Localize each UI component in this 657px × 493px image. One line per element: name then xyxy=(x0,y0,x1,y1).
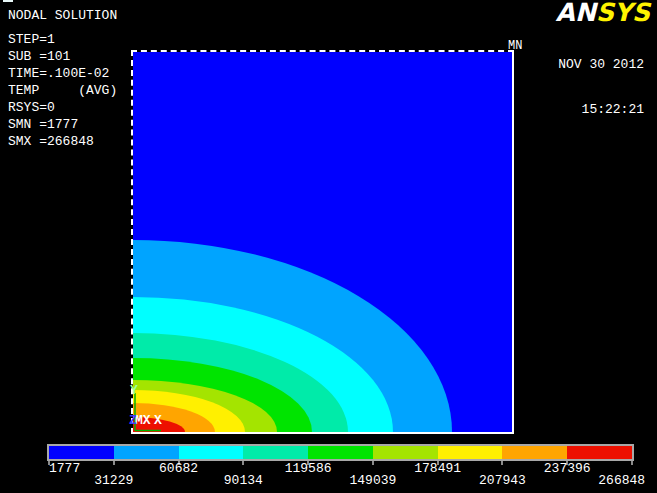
window-corner-mark xyxy=(3,0,13,2)
info-time: TIME=.100E-02 xyxy=(8,65,117,82)
solution-title: NODAL SOLUTION xyxy=(8,8,117,23)
ansys-logo-an: AN xyxy=(556,0,596,27)
legend-color-segment xyxy=(114,446,179,459)
triad-y-label: Y xyxy=(130,383,138,398)
legend-labels-bottom-row: 31229 90134 149039 207943 266848 xyxy=(49,474,632,487)
contour-svg xyxy=(133,52,512,432)
legend-label: 149039 xyxy=(349,474,396,487)
time-label: 15:22:21 xyxy=(558,102,644,117)
max-value-marker: MX xyxy=(135,413,151,428)
legend-color-segment xyxy=(502,446,567,459)
legend-color-segment xyxy=(179,446,244,459)
date-time-stamp: NOV 30 2012 15:22:21 xyxy=(558,27,644,147)
legend-color-segment xyxy=(438,446,503,459)
legend-color-segment xyxy=(243,446,308,459)
info-temp: TEMP (AVG) xyxy=(8,82,117,99)
contour-plot-viewport[interactable] xyxy=(131,50,514,434)
legend-color-segment xyxy=(49,446,114,459)
triad-x-label: X xyxy=(154,413,162,428)
info-smx: SMX =266848 xyxy=(8,133,117,150)
ansys-graphics-window: NODAL SOLUTION STEP=1 SUB =101 TIME=.100… xyxy=(0,0,657,493)
legend-color-segment xyxy=(373,446,438,459)
date-label: NOV 30 2012 xyxy=(558,57,644,72)
triad-z-label: Z xyxy=(129,413,137,428)
ansys-logo: ANSYS xyxy=(556,0,650,27)
legend-label: 31229 xyxy=(94,474,133,487)
info-step: STEP=1 xyxy=(8,31,117,48)
ansys-logo-sys: SYS xyxy=(596,0,650,27)
contour-legend: 1777 60682 119586 178491 237396 31229 90… xyxy=(47,444,634,490)
legend-color-segment xyxy=(308,446,373,459)
legend-color-segment xyxy=(567,446,632,459)
info-smn: SMN =1777 xyxy=(8,116,117,133)
solution-info-block: STEP=1 SUB =101 TIME=.100E-02 TEMP (AVG)… xyxy=(8,31,117,150)
info-sub: SUB =101 xyxy=(8,48,117,65)
legend-label: 207943 xyxy=(479,474,526,487)
info-rsys: RSYS=0 xyxy=(8,99,117,116)
legend-color-bar xyxy=(47,444,634,461)
legend-label: 266848 xyxy=(598,474,645,487)
legend-label: 90134 xyxy=(224,474,263,487)
